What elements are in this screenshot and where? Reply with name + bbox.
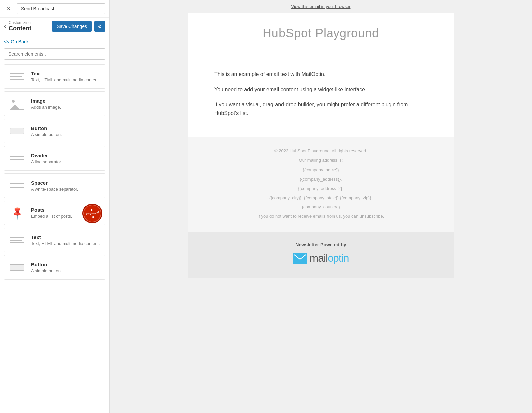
email-body: This is an example of email text with Ma… bbox=[188, 57, 454, 137]
text-icon bbox=[8, 69, 26, 84]
element-name: Button bbox=[31, 262, 62, 267]
element-desc: Text, HTML and multimedia content. bbox=[31, 77, 100, 82]
element-desc: Adds an image. bbox=[31, 105, 61, 110]
gear-button[interactable]: ⚙ bbox=[94, 21, 105, 32]
pin-icon: 📌 bbox=[8, 206, 26, 220]
panel-content: << Go Back Text Text, HTML and multimedi… bbox=[0, 35, 109, 413]
customizing-label: Customizing bbox=[9, 20, 31, 25]
element-desc: A white-space separator. bbox=[31, 187, 78, 192]
footer-company-address: {{company_address}}, bbox=[208, 176, 434, 183]
left-panel: × Send Broadcast ‹ Customizing Content S… bbox=[0, 0, 110, 413]
footer-unsubscribe: If you do not want to receive emails fro… bbox=[208, 213, 434, 220]
email-para-2: You need to add your email content using… bbox=[214, 85, 427, 94]
element-card-button-2[interactable]: Button A simple button. bbox=[4, 255, 105, 280]
mailoptin-logo: mailoptin bbox=[208, 252, 434, 264]
customizing-info: Customizing Content bbox=[9, 20, 31, 32]
element-card-image[interactable]: Image Adds an image. bbox=[4, 91, 105, 116]
email-footer: © 2023 HubSpot Playground. All rights re… bbox=[188, 137, 454, 232]
element-name: Text bbox=[31, 71, 100, 76]
element-desc: A simple button. bbox=[31, 268, 62, 273]
email-container: HubSpot Playground This is an example of… bbox=[188, 13, 454, 278]
email-header: HubSpot Playground bbox=[188, 13, 454, 57]
element-card-posts[interactable]: 📌 Posts Embed a list of posts. ★ PREMIUM… bbox=[4, 201, 105, 225]
element-name: Divider bbox=[31, 153, 62, 158]
element-card-divider[interactable]: Divider A line separator. bbox=[4, 146, 105, 171]
save-changes-button[interactable]: Save Changes bbox=[52, 21, 92, 32]
element-card-text-1[interactable]: Text Text, HTML and multimedia content. bbox=[4, 64, 105, 89]
go-back-link[interactable]: << Go Back bbox=[4, 39, 105, 44]
footer-country: {{company_country}}. bbox=[208, 204, 434, 211]
preview-area: View this email in your browser HubSpot … bbox=[110, 0, 532, 413]
send-broadcast-button[interactable]: Send Broadcast bbox=[17, 3, 105, 14]
unsubscribe-link[interactable]: unsubscribe bbox=[360, 214, 383, 219]
footer-company-name: {{company_name}} bbox=[208, 166, 434, 174]
email-para-1: This is an example of email text with Ma… bbox=[214, 70, 427, 79]
powered-label: Newsletter Powered by bbox=[208, 242, 434, 247]
element-name: Spacer bbox=[31, 180, 78, 186]
element-card-text-2[interactable]: Text Text, HTML and multimedia content. bbox=[4, 228, 105, 252]
element-name: Image bbox=[31, 98, 61, 104]
unsubscribe-suffix: . bbox=[383, 214, 384, 219]
footer-company-address2: {{company_address_2}} bbox=[208, 185, 434, 192]
spacer-icon bbox=[8, 178, 26, 193]
footer-mailing-label: Our mailing address is: bbox=[208, 157, 434, 164]
premium-badge: ★ PREMIUM ★ bbox=[82, 204, 102, 223]
section-label: Content bbox=[9, 25, 31, 32]
view-in-browser-link[interactable]: View this email in your browser bbox=[291, 4, 351, 9]
email-powered: Newsletter Powered by mailoptin bbox=[188, 232, 454, 278]
close-button[interactable]: × bbox=[4, 4, 13, 13]
email-para-3: If you want a visual, drag-and-drop buil… bbox=[214, 100, 427, 117]
element-name: Posts bbox=[31, 207, 72, 213]
search-input[interactable] bbox=[4, 48, 105, 60]
mailoptin-icon bbox=[293, 253, 307, 264]
top-bar: × Send Broadcast bbox=[0, 0, 109, 18]
mailoptin-brand-text: mailoptin bbox=[309, 252, 349, 264]
footer-city-state-zip: {{company_city}}, {{company_state}} {{co… bbox=[208, 194, 434, 202]
browser-link-bar: View this email in your browser bbox=[110, 0, 532, 13]
element-card-button-1[interactable]: Button A simple button. bbox=[4, 119, 105, 143]
element-desc: Embed a list of posts. bbox=[31, 214, 72, 219]
element-desc: Text, HTML and multimedia content. bbox=[31, 241, 100, 246]
button-icon-2 bbox=[8, 260, 26, 275]
element-name: Text bbox=[31, 234, 100, 240]
image-icon bbox=[8, 96, 26, 111]
divider-icon bbox=[8, 151, 26, 166]
customizing-bar: ‹ Customizing Content Save Changes ⚙ bbox=[0, 18, 109, 35]
button-icon bbox=[8, 124, 26, 138]
element-name: Button bbox=[31, 125, 62, 131]
footer-copyright: © 2023 HubSpot Playground. All rights re… bbox=[208, 147, 434, 155]
element-card-spacer[interactable]: Spacer A white-space separator. bbox=[4, 173, 105, 198]
text-icon-2 bbox=[8, 233, 26, 247]
back-arrow-button[interactable]: ‹ bbox=[4, 23, 6, 30]
unsubscribe-prefix: If you do not want to receive emails fro… bbox=[258, 214, 358, 219]
element-desc: A line separator. bbox=[31, 159, 62, 164]
email-title: HubSpot Playground bbox=[214, 26, 427, 40]
element-desc: A simple button. bbox=[31, 132, 62, 137]
